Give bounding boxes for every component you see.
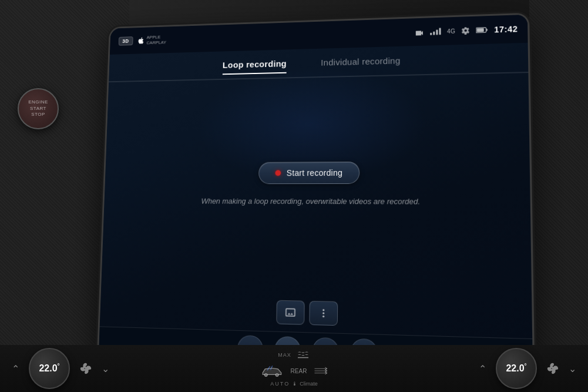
left-temperature-knob[interactable]: 22.0° (29, 348, 70, 389)
carbon-panel-right (529, 0, 588, 392)
defrost-icon (296, 350, 310, 360)
signal-label: 4G (447, 28, 455, 34)
svg-point-7 (264, 374, 267, 377)
signal-bar-4 (439, 28, 441, 35)
gallery-button[interactable] (276, 300, 304, 325)
auto-label: AUTO (270, 381, 290, 387)
tab-loop-recording[interactable]: Loop recording (223, 54, 287, 74)
right-temperature-knob[interactable]: 22.0° (496, 348, 537, 389)
car-airflow-icon (260, 364, 284, 377)
fan-down-control: ⌄ (102, 363, 109, 374)
climate-mode-row: AUTO 🌡 Climate (270, 381, 317, 387)
svg-point-5 (322, 316, 324, 317)
fan-up-control: ⌃ (12, 363, 19, 374)
signal-bar-1 (431, 33, 432, 35)
svg-rect-2 (486, 29, 488, 31)
gallery-icon (285, 307, 295, 318)
max-label: MAX (278, 352, 291, 358)
defrost-controls: MAX (278, 350, 310, 360)
right-fan-up-icon[interactable]: ⌃ (479, 363, 486, 374)
fan-icon-left (79, 362, 92, 375)
camera-icon (415, 28, 424, 35)
status-right: 4G 17:42 (415, 24, 518, 36)
climate-left: ⌃ 22.0° ⌄ (12, 348, 109, 389)
right-fan-down-icon[interactable]: ⌄ (569, 363, 576, 374)
fan-down-icon[interactable]: ⌄ (102, 363, 109, 374)
right-fan-down-control: ⌄ (569, 363, 576, 374)
thermometer-icon: 🌡 (292, 381, 297, 387)
engine-label: ENGINESTARTSTOP (28, 99, 48, 118)
carplay-icon (137, 36, 145, 44)
fan-icon-right (546, 362, 559, 375)
carplay-label: APPLECARPLAY (146, 35, 166, 46)
rear-defrost-icon (314, 366, 328, 376)
screen-content: 3D APPLECARPLAY (99, 15, 533, 376)
right-temp-display: 22.0° (506, 363, 526, 374)
climate-center-controls: MAX REAR AU (260, 350, 328, 387)
engine-start-button[interactable]: ENGINESTARTSTOP (18, 88, 59, 129)
record-indicator-dot (275, 170, 281, 176)
svg-point-4 (322, 312, 324, 314)
3d-badge: 3D (119, 36, 133, 46)
signal-bar-3 (436, 30, 438, 35)
status-time: 17:42 (494, 24, 518, 34)
menu-button[interactable] (309, 301, 338, 326)
settings-icon (461, 26, 470, 35)
fan-up-icon[interactable]: ⌃ (12, 363, 19, 374)
screen-bezel: 3D APPLECARPLAY (99, 15, 533, 376)
start-recording-button[interactable]: Start recording (258, 162, 360, 184)
climate-right: ⌃ 22.0° ⌄ (479, 348, 576, 389)
start-recording-label: Start recording (287, 168, 343, 177)
left-temp-display: 22.0° (39, 363, 59, 374)
car-airflow-controls: REAR (260, 364, 328, 377)
apple-carplay-indicator: APPLECARPLAY (137, 35, 166, 46)
climate-control-area: ⌃ 22.0° ⌄ MAX (0, 345, 588, 392)
signal-icon (431, 28, 441, 35)
menu-dots-icon (318, 307, 329, 319)
signal-bar-2 (434, 32, 435, 35)
svg-point-8 (275, 374, 278, 377)
battery-icon (476, 26, 488, 34)
main-content: Start recording When making a loop recor… (101, 72, 532, 299)
rear-label: REAR (291, 368, 307, 374)
climate-label: Climate (300, 381, 318, 387)
loop-recording-description: When making a loop recording, overwritab… (201, 196, 420, 207)
tab-individual-recording[interactable]: Individual recording (321, 51, 401, 72)
right-fan-up-control: ⌃ (479, 363, 486, 374)
svg-rect-1 (476, 28, 483, 32)
svg-point-3 (322, 309, 324, 311)
status-left: 3D APPLECARPLAY (119, 35, 167, 46)
engine-button-area: ENGINESTARTSTOP (18, 88, 65, 135)
